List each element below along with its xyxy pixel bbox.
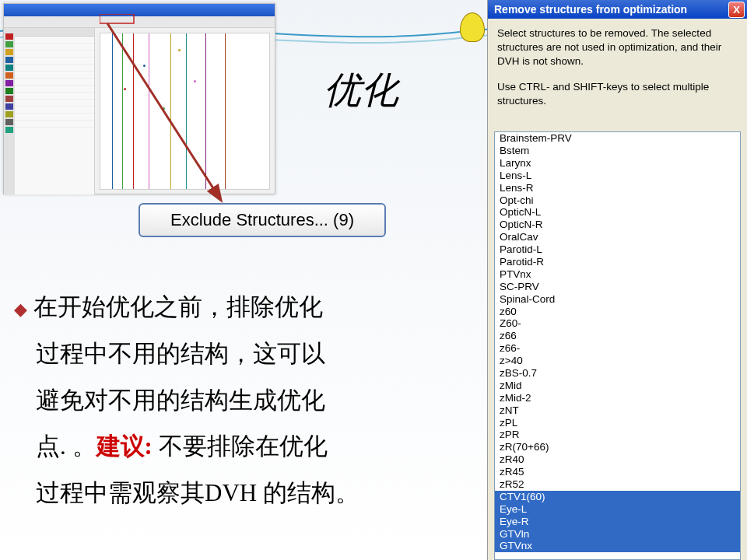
list-item[interactable]: zR40 (495, 453, 740, 466)
list-item[interactable]: zMid-2 (495, 392, 740, 404)
chart-point (124, 88, 126, 90)
slide: Exclude Structures... (9) 优化 ◆在开始优化之前，排除… (0, 0, 747, 560)
chart-point (163, 107, 165, 110)
list-item[interactable]: z66- (495, 342, 740, 355)
dvh-chart (100, 33, 270, 190)
chart-line (225, 33, 226, 189)
structure-color-chip (5, 103, 13, 110)
exclude-button-label: Exclude Structures... (9) (170, 210, 354, 230)
structure-color-chip (5, 72, 13, 79)
list-item[interactable]: Parotid-R (495, 256, 740, 268)
list-item[interactable]: Eye-R (495, 516, 740, 528)
dvh-text: DVH (205, 479, 257, 506)
list-item[interactable]: zR52 (495, 478, 740, 491)
chart-line (186, 33, 187, 189)
dialog-titlebar: Remove structures from optimization X (488, 0, 747, 19)
list-item[interactable]: GTVln (495, 528, 740, 541)
logo-shield-icon (460, 12, 485, 42)
list-item[interactable]: Z60- (495, 317, 740, 330)
list-item[interactable]: SC-PRV (495, 281, 740, 293)
chart-line (122, 33, 123, 189)
remove-structures-dialog: Remove structures from optimization X Se… (487, 0, 747, 560)
chart-point (194, 80, 196, 82)
list-item[interactable]: zPL (495, 417, 740, 429)
list-item[interactable]: Spinal-Cord (495, 293, 740, 306)
list-item[interactable]: Lens-R (495, 182, 740, 194)
list-item[interactable]: Opt-chi (495, 194, 740, 207)
list-item[interactable]: Brainstem-PRV (495, 132, 740, 145)
structure-color-chip (5, 88, 13, 94)
chart-point (143, 65, 146, 67)
list-item[interactable]: Lens-L (495, 170, 740, 182)
body-line: 不要排除在优化 (153, 432, 328, 460)
chart-line (112, 33, 113, 189)
suggestion-label: 建议: (96, 432, 153, 460)
chart-line (133, 33, 134, 189)
structure-color-chip (5, 49, 13, 55)
list-item[interactable]: z66 (495, 330, 740, 342)
body-text: ◆在开始优化之前，排除优化 过程中不用的结构，这可以 避免对不用的结构生成优化 … (14, 284, 481, 516)
body-line: 避免对不用的结构生成优化 (36, 387, 325, 414)
dialog-desc: Use CTRL- and SHIFT-keys to select multi… (497, 80, 738, 108)
optimization-software-screenshot (3, 3, 275, 194)
list-item[interactable]: PTVnx (495, 268, 740, 281)
structure-color-chip (5, 33, 13, 40)
dialog-title: Remove structures from optimization (494, 3, 687, 16)
list-item[interactable]: OpticN-L (495, 206, 740, 219)
list-item[interactable]: zMid (495, 380, 740, 392)
list-item[interactable]: Parotid-L (495, 243, 740, 256)
list-item[interactable]: z>40 (495, 355, 740, 367)
structure-color-chip (5, 111, 13, 117)
list-item[interactable]: zR(70+66) (495, 441, 740, 453)
list-item[interactable]: Larynx (495, 157, 740, 170)
structure-color-chip (5, 127, 13, 133)
chart-line (205, 33, 206, 189)
bullet-icon: ◆ (14, 299, 27, 319)
chart-point (178, 49, 181, 51)
close-icon: X (733, 4, 740, 16)
structure-listbox[interactable]: Brainstem-PRVBstemLarynxLens-LLens-ROpt-… (494, 131, 741, 560)
list-item[interactable]: zNT (495, 404, 740, 417)
list-item[interactable]: GTVnx (495, 540, 740, 552)
structure-color-strip (4, 28, 15, 194)
slide-title: 优化 (324, 65, 398, 115)
body-line: 过程中需观察其 (36, 479, 205, 506)
chart-line (149, 33, 149, 189)
list-item[interactable]: CTV1(60) (495, 491, 740, 503)
structure-color-chip (5, 65, 13, 71)
list-item[interactable]: zPR (495, 429, 740, 441)
list-item[interactable]: Eye-L (495, 503, 740, 516)
list-item[interactable]: OralCav (495, 231, 740, 243)
structure-color-chip (5, 96, 13, 102)
body-line: 在开始优化之前，排除优化 (33, 293, 323, 320)
structure-color-chip (5, 80, 13, 86)
structure-color-chip (5, 41, 13, 47)
dialog-instructions: Select structures to be removed. The sel… (488, 19, 747, 127)
list-item[interactable]: zBS-0.7 (495, 367, 740, 380)
body-line: 过程中不用的结构，这可以 (36, 340, 325, 367)
list-item[interactable]: z60 (495, 306, 740, 318)
window-titlebar (4, 4, 275, 16)
structure-color-chip (5, 57, 13, 63)
chart-line (170, 33, 171, 189)
dialog-desc: Select structures to be removed. The sel… (497, 26, 738, 69)
window-toolbar (4, 16, 275, 28)
structure-table (15, 28, 95, 194)
exclude-structures-button[interactable]: Exclude Structures... (9) (139, 203, 386, 237)
window-body (4, 28, 275, 194)
body-line: 点. 。 (36, 432, 96, 460)
structure-color-chip (5, 119, 13, 125)
list-item[interactable]: OpticN-R (495, 219, 740, 231)
list-item[interactable]: Bstem (495, 145, 740, 157)
list-item[interactable]: zR45 (495, 466, 740, 478)
body-line: 的结构。 (257, 479, 359, 506)
close-button[interactable]: X (728, 2, 745, 18)
